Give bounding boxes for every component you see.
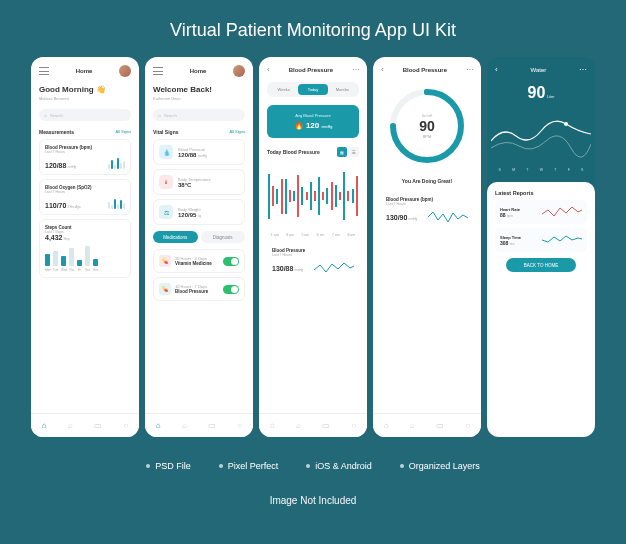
more-icon[interactable]: ⋯ (466, 65, 473, 74)
svg-point-3 (564, 122, 568, 126)
tab-weeks[interactable]: Weeks (269, 84, 298, 95)
avg-unit: mmHg (321, 125, 332, 129)
tab-diagnosis[interactable]: Diagnosis (201, 231, 246, 243)
header: ‹ Blood Pressure ⋯ (373, 57, 481, 78)
more-icon[interactable]: ⋯ (352, 65, 359, 74)
bp-sub: Last 7 Hours (45, 150, 125, 154)
bottom-nav: ⌂ ⌕ ▭ ○ (31, 413, 139, 437)
header-title: Blood Pressure (289, 67, 333, 73)
avatar[interactable] (119, 65, 131, 77)
spo2-mini-chart (108, 197, 125, 209)
vital-weight-card[interactable]: ⚖ Body Weight120/95 kg (153, 199, 245, 225)
vital-unit: kg (198, 214, 201, 218)
menu-icon[interactable] (153, 67, 163, 75)
nav-chart-icon[interactable]: ▭ (436, 421, 444, 430)
header: Home (145, 57, 253, 81)
bp-candle-chart (267, 161, 359, 231)
nav-profile-icon[interactable]: ○ (465, 421, 470, 430)
avg-value: 120 (306, 121, 319, 130)
vital-temp-card[interactable]: 🌡 Body Temperature38°C (153, 169, 245, 195)
footer-unit: mmHg (294, 268, 303, 272)
med-name: Vitamin Medicine (175, 261, 212, 266)
back-icon[interactable]: ‹ (381, 65, 384, 74)
header-title: Blood Pressure (403, 67, 447, 73)
search-input[interactable]: ⌕ Search (39, 109, 131, 121)
pill-icon: 💊 (159, 255, 171, 267)
nav-chart-icon[interactable]: ▭ (322, 421, 330, 430)
vital-value: 38°C (178, 182, 191, 188)
steps-day-labels: MonTueWedThuFriSatSun (45, 268, 125, 272)
steps-card[interactable]: Steps Count Last 7 Days 4,432Step MonTue… (39, 219, 131, 278)
nav-search-icon[interactable]: ⌕ (296, 421, 301, 430)
medication-card[interactable]: 💊 10 Hours · 7 DaysBlood Pressure (153, 277, 245, 301)
feature-item: iOS & Android (306, 461, 372, 471)
toggle-switch[interactable] (223, 285, 239, 294)
toggle-switch[interactable] (223, 257, 239, 266)
menu-icon[interactable] (39, 67, 49, 75)
nav-chart-icon[interactable]: ▭ (208, 421, 216, 430)
tab-medications[interactable]: Medications (153, 231, 198, 243)
footer-value: 130/88 (272, 265, 293, 272)
bullet-icon (400, 464, 404, 468)
vitals-title: Vital Signs (153, 129, 178, 135)
nav-home-icon[interactable]: ⌂ (270, 421, 275, 430)
all-signs-link[interactable]: All Signs (229, 129, 245, 135)
nav-search-icon[interactable]: ⌕ (68, 421, 73, 430)
back-icon[interactable]: ‹ (495, 65, 498, 74)
scale-icon: ⚖ (159, 205, 173, 219)
nav-home-icon[interactable]: ⌂ (42, 421, 47, 430)
bp-value: 120/88 (45, 162, 66, 169)
reports-title: Latest Reports (495, 190, 587, 196)
search-input[interactable]: ⌕ Search (153, 109, 245, 121)
report-unit: bpm (507, 214, 513, 218)
bp-summary-card[interactable]: Blood Pressure (bpm) Last 7 Hours 130/90… (381, 192, 473, 230)
search-placeholder: Search (164, 113, 177, 118)
search-icon: ⌕ (44, 112, 47, 118)
nav-profile-icon[interactable]: ○ (123, 421, 128, 430)
vital-bp-card[interactable]: 💧 Blood Pressure120/88 mmHg (153, 139, 245, 165)
screen-home-2: Home Welcome Back! Katherine Dean ⌕ Sear… (145, 57, 253, 437)
fire-icon: 🔥 (294, 121, 304, 130)
search-icon: ⌕ (158, 112, 161, 118)
screen-bp-gauge: ‹ Blood Pressure ⋯ Its Left 90 BPM You A… (373, 57, 481, 437)
list-view-icon[interactable]: ☰ (349, 147, 359, 157)
spo2-card[interactable]: Blood Oxygen (SpO2) Last 7 Hours 110/704… (39, 179, 131, 215)
all-signs-link[interactable]: All Signs (115, 129, 131, 135)
grid-view-icon[interactable]: ▦ (337, 147, 347, 157)
bp-card[interactable]: Blood Pressure (bpm) Last 7 Hours 120/88… (39, 139, 131, 175)
bullet-icon (146, 464, 150, 468)
nav-home-icon[interactable]: ⌂ (384, 421, 389, 430)
medication-card[interactable]: 💊 10 Hours · 4 DaysVitamin Medicine (153, 249, 245, 273)
nav-chart-icon[interactable]: ▭ (94, 421, 102, 430)
screen-home-1: Home Good Morning 👋 Melissa Bernnett ⌕ S… (31, 57, 139, 437)
report-value: 88 (500, 212, 506, 218)
summary-unit: mmHg (408, 217, 417, 221)
screen-bp-detail: ‹ Blood Pressure ⋯ Weeks Today Months Av… (259, 57, 367, 437)
water-day-labels: SMTWTFS (493, 168, 589, 172)
summary-value: 130/90 (386, 214, 407, 221)
bottom-nav: ⌂ ⌕ ▭ ○ (259, 413, 367, 437)
avatar[interactable] (233, 65, 245, 77)
nav-search-icon[interactable]: ⌕ (182, 421, 187, 430)
greeting-text: Good Morning 👋 (39, 85, 131, 94)
measurements-title: Measurements (39, 129, 74, 135)
page-title: Virtual Patient Monitoring App UI Kit (170, 20, 456, 41)
report-heart-card[interactable]: Heart Rate 88 bpm (495, 200, 587, 224)
header-title: Home (190, 68, 207, 74)
bp-gauge: Its Left 90 BPM (387, 86, 467, 166)
tab-today[interactable]: Today (298, 84, 327, 95)
spo2-value: 110/70 (45, 202, 66, 209)
nav-search-icon[interactable]: ⌕ (410, 421, 415, 430)
more-icon[interactable]: ⋯ (579, 65, 587, 74)
back-home-button[interactable]: BACK TO HOME (506, 258, 576, 272)
tab-months[interactable]: Months (328, 84, 357, 95)
bottom-nav: ⌂ ⌕ ▭ ○ (373, 413, 481, 437)
bp-footer-card[interactable]: Blood Pressure Last 7 Hours 130/88mmHg (267, 243, 359, 281)
report-unit: min (510, 242, 515, 246)
back-icon[interactable]: ‹ (267, 65, 270, 74)
nav-profile-icon[interactable]: ○ (237, 421, 242, 430)
nav-profile-icon[interactable]: ○ (351, 421, 356, 430)
nav-home-icon[interactable]: ⌂ (156, 421, 161, 430)
avg-bp-card: Avg Blood Pressure 🔥 120 mmHg (267, 105, 359, 138)
report-sleep-card[interactable]: Sleep Time 308 min (495, 228, 587, 252)
